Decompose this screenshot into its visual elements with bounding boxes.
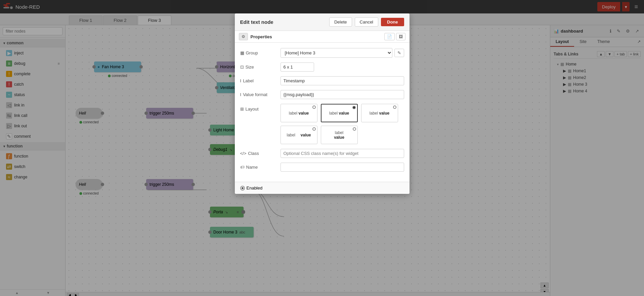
group-select-wrapper: [Home] Home 3 ✎ (281, 48, 404, 58)
layout-option-3[interactable]: label value (361, 104, 398, 122)
grid-layout-icon: ⊞ (240, 107, 244, 112)
modal-header: Edit text node Delete Cancel Done (235, 13, 410, 31)
name-input[interactable] (281, 163, 404, 172)
size-label: ⊡ Size (240, 65, 277, 70)
layout-options: label value label value label value (281, 104, 404, 144)
code-icon: </> (240, 151, 247, 156)
radio-selected (352, 106, 356, 109)
radio-empty (312, 127, 316, 131)
layout-option-4[interactable]: labelvalue (281, 126, 317, 144)
properties-label: Properties (251, 34, 272, 39)
label-input[interactable] (281, 76, 404, 85)
delete-button[interactable]: Delete (329, 17, 352, 27)
modal-tabs: ⚙ Properties 📄 🖼 (235, 31, 410, 43)
group-label: ▦ Group (240, 50, 277, 55)
tag-icon: 🏷 (240, 165, 245, 170)
modal-footer: Enabled (235, 182, 410, 194)
modal-tab-appearance[interactable]: 🖼 (396, 33, 405, 40)
enabled-radio-circle (240, 186, 245, 191)
class-input[interactable] (281, 149, 404, 158)
group-edit-button[interactable]: ✎ (394, 49, 404, 57)
layout-option-5[interactable]: labelvalue (321, 126, 358, 144)
modal-tab-properties[interactable]: ⚙ (239, 33, 248, 40)
enabled-toggle[interactable]: Enabled (240, 185, 263, 191)
form-row-value-format: I Value format (240, 90, 404, 99)
text-cursor-icon: I (240, 78, 242, 83)
form-row-group: ▦ Group [Home] Home 3 ✎ (240, 48, 404, 58)
enabled-label: Enabled (247, 185, 263, 191)
resize-icon: ⊡ (240, 65, 244, 70)
modal-actions: Delete Cancel Done (329, 17, 404, 27)
done-button[interactable]: Done (381, 18, 404, 26)
label-label: I Label (240, 78, 277, 83)
modal-overlay[interactable]: Edit text node Delete Cancel Done ⚙ Prop… (0, 0, 644, 296)
group-select[interactable]: [Home] Home 3 (281, 48, 392, 58)
radio-empty (393, 105, 396, 109)
layout-option-2[interactable]: label value (321, 104, 358, 122)
value-format-input[interactable] (281, 90, 404, 99)
value-format-label: I Value format (240, 92, 277, 97)
size-input[interactable] (281, 62, 314, 72)
layout-label: ⊞ Layout (240, 107, 277, 112)
modal-title: Edit text node (240, 19, 273, 25)
layout-option-1[interactable]: label value (281, 104, 317, 122)
text-cursor-icon2: I (240, 92, 242, 97)
modal-tab-description[interactable]: 📄 (384, 33, 395, 40)
edit-text-node-modal: Edit text node Delete Cancel Done ⚙ Prop… (235, 13, 410, 194)
form-row-class: </> Class (240, 149, 404, 158)
radio-inner (242, 187, 244, 189)
form-row-name: 🏷 Name (240, 163, 404, 172)
name-label: 🏷 Name (240, 165, 277, 170)
form-row-size: ⊡ Size (240, 62, 404, 72)
table-icon: ▦ (240, 50, 244, 55)
form-row-label: I Label (240, 76, 404, 85)
class-label: </> Class (240, 151, 277, 156)
form-row-layout: ⊞ Layout label value label value (240, 104, 404, 144)
modal-body: ▦ Group [Home] Home 3 ✎ ⊡ Size (235, 43, 410, 182)
radio-empty (353, 127, 356, 131)
radio-empty (312, 105, 316, 109)
cancel-button[interactable]: Cancel (355, 17, 378, 27)
